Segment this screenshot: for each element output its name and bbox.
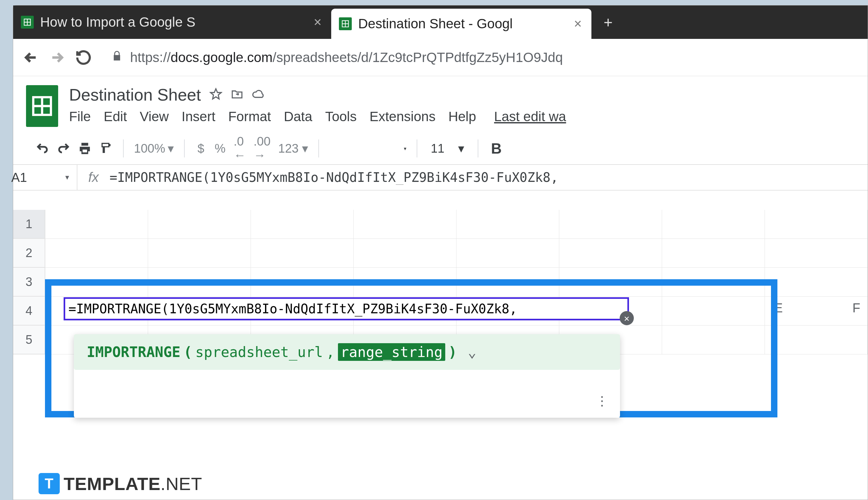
cell-editor-close-icon[interactable]: ✕ (620, 311, 634, 325)
cell[interactable] (559, 268, 662, 297)
cell[interactable] (354, 268, 456, 297)
menu-data[interactable]: Data (283, 109, 312, 124)
cell[interactable] (559, 210, 662, 239)
row-header-5[interactable]: 5 (13, 326, 45, 354)
more-options-icon[interactable]: ⋮ (595, 393, 607, 408)
reload-button[interactable] (72, 46, 95, 69)
menu-tools[interactable]: Tools (325, 109, 357, 124)
watermark-brand: TEMPLATE (63, 474, 161, 494)
sheets-favicon-icon (339, 18, 352, 30)
cell[interactable] (251, 239, 354, 268)
increase-decimal-button[interactable]: .00→ (250, 139, 274, 158)
menu-insert[interactable]: Insert (182, 109, 215, 124)
formula-autocomplete[interactable]: IMPORTRANGE(spreadsheet_url, range_strin… (74, 334, 620, 370)
paint-format-button[interactable] (96, 139, 116, 158)
bold-button[interactable]: B (485, 140, 508, 157)
more-formats-dropdown[interactable]: 123 ▾ (275, 139, 311, 158)
cell[interactable] (662, 297, 765, 326)
formula-param-1: spreadsheet_url (195, 344, 323, 360)
row-header-1[interactable]: 1 (13, 210, 45, 239)
zoom-value: 100% (134, 142, 165, 156)
browser-tab-strip: How to Import a Google S × Destination S… (13, 5, 868, 39)
browser-tab-1[interactable]: Destination Sheet - Googl × (331, 9, 591, 39)
menu-extensions[interactable]: Extensions (369, 109, 435, 124)
menu-file[interactable]: File (69, 109, 91, 124)
cell[interactable] (456, 268, 559, 297)
cell-editor-text: =IMPORTRANGE(1Y0sG5MYxmB8Io-NdQdIfItX_PZ… (68, 302, 517, 316)
cell[interactable] (148, 239, 251, 268)
font-dropdown[interactable]: ▾ (326, 139, 409, 158)
cell[interactable] (251, 210, 354, 239)
tab-close-icon[interactable]: × (572, 16, 584, 32)
row-header-2[interactable]: 2 (13, 239, 45, 268)
cell[interactable] (765, 239, 868, 268)
new-tab-button[interactable]: + (598, 12, 618, 33)
menu-edit[interactable]: Edit (104, 109, 127, 124)
cell-reference: A1 (11, 170, 27, 185)
sheets-favicon-icon (21, 16, 34, 29)
currency-button[interactable]: $ (192, 139, 210, 158)
cell[interactable] (559, 239, 662, 268)
cell[interactable] (765, 210, 868, 239)
cell[interactable] (456, 239, 559, 268)
redo-button[interactable] (54, 139, 73, 158)
address-bar[interactable]: https://docs.google.com/spreadsheets/d/1… (99, 49, 861, 66)
cell[interactable] (354, 239, 456, 268)
cell[interactable] (456, 210, 559, 239)
cell[interactable] (662, 268, 765, 297)
move-folder-icon[interactable] (231, 88, 243, 102)
chevron-down-icon: ▼ (64, 174, 70, 181)
fx-icon: fx (78, 170, 109, 185)
print-button[interactable] (75, 139, 95, 158)
url-host: docs.google.com (171, 50, 273, 65)
undo-button[interactable] (33, 139, 53, 158)
cell[interactable] (662, 239, 765, 268)
formula-input[interactable]: =IMPORTRANGE(1Y0sG5MYxmB8Io-NdQdIfItX_PZ… (109, 170, 558, 185)
cell-editor[interactable]: =IMPORTRANGE(1Y0sG5MYxmB8Io-NdQdIfItX_PZ… (63, 297, 629, 320)
tab-close-icon[interactable]: × (312, 14, 324, 30)
forward-button[interactable] (46, 46, 68, 69)
star-icon[interactable] (209, 88, 222, 102)
url-text: https://docs.google.com/spreadsheets/d/1… (130, 50, 563, 65)
tab-title: How to Import a Google S (40, 14, 305, 30)
row-header-4[interactable]: 4 (13, 297, 45, 326)
decrease-decimal-button[interactable]: .0← (230, 139, 249, 158)
last-edit-link[interactable]: Last edit wa (494, 109, 566, 124)
browser-toolbar: https://docs.google.com/spreadsheets/d/1… (13, 39, 868, 76)
zoom-dropdown[interactable]: 100% ▾ (131, 141, 177, 156)
cell[interactable] (45, 239, 148, 268)
cell[interactable] (251, 268, 354, 297)
font-size-dropdown[interactable]: 11 ▾ (424, 141, 471, 156)
cell[interactable] (148, 268, 251, 297)
back-button[interactable] (20, 46, 42, 69)
cell[interactable] (354, 210, 456, 239)
menu-bar: File Edit View Insert Format Data Tools … (69, 109, 868, 124)
cell[interactable] (662, 326, 765, 354)
browser-tab-0[interactable]: How to Import a Google S × (13, 5, 331, 39)
cell[interactable] (45, 268, 148, 297)
formula-param-2-active: range_string (338, 343, 445, 361)
percent-button[interactable]: % (211, 139, 229, 158)
name-box[interactable]: AA1 ▼ (13, 165, 78, 190)
url-scheme: https:// (130, 50, 171, 65)
chevron-down-icon[interactable]: ⌄ (468, 344, 476, 360)
column-header-f[interactable]: F (853, 301, 860, 315)
menu-help[interactable]: Help (449, 109, 476, 124)
document-title[interactable]: Destination Sheet (69, 85, 201, 104)
menu-view[interactable]: View (140, 109, 169, 124)
sheets-logo-icon[interactable] (26, 85, 58, 127)
cloud-status-icon[interactable] (252, 88, 265, 102)
cell[interactable] (765, 268, 868, 297)
cell[interactable] (45, 210, 148, 239)
row-header-3[interactable]: 3 (13, 268, 45, 297)
formula-bar: AA1 ▼ fx =IMPORTRANGE(1Y0sG5MYxmB8Io-NdQ… (13, 165, 868, 191)
watermark: T TEMPLATE.NET (38, 473, 202, 494)
formula-help-card: IMPORTRANGE(spreadsheet_url, range_strin… (74, 334, 620, 418)
column-header-e[interactable]: E (774, 301, 783, 315)
cell[interactable] (662, 210, 765, 239)
chevron-down-icon: ▾ (404, 146, 406, 152)
cell[interactable] (765, 326, 868, 354)
cell[interactable] (148, 210, 251, 239)
font-size-value: 11 (431, 142, 444, 155)
menu-format[interactable]: Format (228, 109, 271, 124)
